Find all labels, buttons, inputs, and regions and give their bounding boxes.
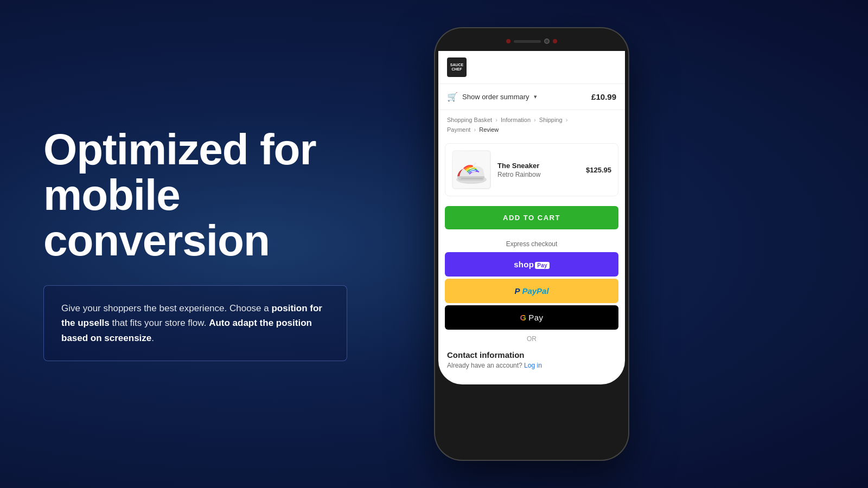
google-g-icon: G	[520, 313, 526, 322]
heading-line1: Optimized for	[43, 125, 316, 174]
or-divider: OR	[438, 335, 625, 343]
contact-login-text: Already have an account? Log in	[447, 362, 616, 369]
contact-info-title: Contact information	[447, 350, 616, 359]
breadcrumb-payment[interactable]: Payment	[447, 126, 470, 133]
description-box: Give your shoppers the best experience. …	[43, 285, 347, 361]
breadcrumb-shipping[interactable]: Shipping	[539, 117, 563, 123]
main-heading: Optimized for mobile conversion	[43, 127, 391, 264]
google-pay-button[interactable]: G Pay	[445, 305, 618, 330]
paypal-p-icon: P	[514, 286, 520, 296]
description-text-2: that fits your store flow.	[110, 318, 209, 328]
description-text-1: Give your shoppers the best experience. …	[61, 303, 271, 313]
contact-login-label: Already have an account?	[447, 362, 522, 369]
express-checkout-label: Express checkout	[438, 240, 625, 248]
app-header: SAUCECHEF	[438, 51, 625, 84]
breadcrumb: Shopping Basket › Information › Shipping…	[438, 110, 625, 139]
breadcrumb-information[interactable]: Information	[501, 117, 531, 123]
product-name: The Sneaker	[497, 162, 579, 170]
order-summary-bar[interactable]: 🛒 Show order summary ▾ £10.99	[438, 84, 625, 110]
breadcrumb-shopping-basket[interactable]: Shopping Basket	[447, 117, 492, 123]
pay-badge: Pay	[535, 262, 550, 269]
breadcrumb-sep-2: ›	[534, 117, 536, 123]
heading-line2: mobile	[43, 171, 180, 219]
notch-camera	[544, 38, 550, 44]
cart-icon: 🛒	[447, 92, 458, 102]
product-image	[452, 150, 491, 189]
product-card: The Sneaker Retro Rainbow $125.95	[445, 143, 618, 196]
logo-text: SAUCECHEF	[450, 63, 464, 72]
product-price: $125.95	[586, 166, 611, 174]
phone-screen: SAUCECHEF 🛒 Show order summary ▾ £10.99 …	[438, 51, 625, 384]
chevron-down-icon: ▾	[534, 93, 537, 100]
order-total-price: £10.99	[591, 92, 616, 101]
notch-speaker	[514, 40, 541, 43]
notch-dot-left	[506, 39, 510, 43]
phone-mockup-container: SAUCECHEF 🛒 Show order summary ▾ £10.99 …	[434, 27, 640, 461]
left-panel: Optimized for mobile conversion Give you…	[0, 94, 434, 394]
breadcrumb-sep-4: ›	[474, 126, 476, 133]
shop-pay-button[interactable]: shopPay	[445, 252, 618, 277]
add-to-cart-button[interactable]: ADD TO CART	[445, 206, 618, 229]
paypal-logo-text: PayPal	[522, 286, 548, 296]
phone-notch	[499, 35, 564, 48]
order-summary-label[interactable]: Show order summary	[462, 93, 529, 101]
phone-notch-bar	[438, 31, 625, 51]
contact-section: Contact information Already have an acco…	[438, 346, 625, 374]
heading-line3: conversion	[43, 216, 270, 265]
phone-shell: SAUCECHEF 🛒 Show order summary ▾ £10.99 …	[434, 27, 629, 461]
app-logo: SAUCECHEF	[447, 57, 467, 77]
breadcrumb-review[interactable]: Review	[479, 126, 499, 133]
product-info: The Sneaker Retro Rainbow	[497, 162, 579, 178]
gpay-text: Pay	[528, 313, 543, 322]
notch-dot-right	[553, 39, 557, 43]
paypal-button[interactable]: P PayPal	[445, 279, 618, 303]
order-summary-left[interactable]: 🛒 Show order summary ▾	[447, 92, 537, 102]
breadcrumb-sep-3: ›	[566, 117, 568, 123]
contact-login-link[interactable]: Log in	[524, 362, 542, 369]
description-text-3: .	[151, 333, 154, 343]
shop-pay-text: shopPay	[514, 260, 550, 269]
product-variant: Retro Rainbow	[497, 171, 579, 178]
product-image-svg	[453, 151, 490, 188]
breadcrumb-sep-1: ›	[495, 117, 497, 123]
